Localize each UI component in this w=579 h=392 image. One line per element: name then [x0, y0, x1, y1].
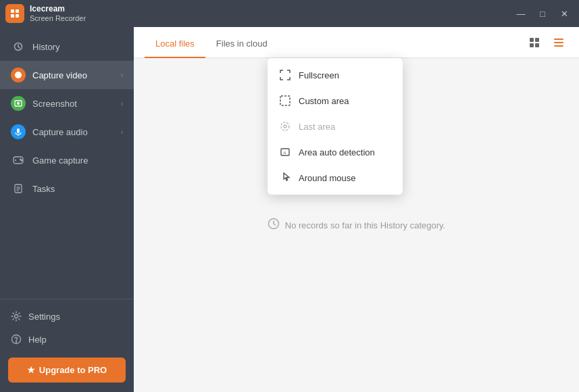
empty-message: No records so far in this History catego…	[285, 220, 445, 230]
last-area-icon	[278, 120, 292, 133]
app-title: Icecream Screen Recorder	[30, 4, 86, 23]
capture-audio-icon	[11, 124, 26, 139]
screenshot-icon	[11, 96, 26, 111]
list-icon	[553, 37, 564, 48]
upgrade-button[interactable]: ★ Upgrade to PRO	[8, 358, 126, 383]
main-layout: History Capture video ›	[0, 27, 579, 392]
sidebar-item-tasks[interactable]: Tasks	[0, 174, 134, 203]
minimize-button[interactable]: —	[511, 5, 530, 22]
svg-point-14	[21, 160, 22, 162]
svg-rect-3	[16, 14, 19, 18]
tabs: Local files Files in cloud	[145, 30, 278, 57]
dropdown-item-area-auto-detection[interactable]: A Area auto detection	[268, 139, 403, 165]
view-toggle	[525, 33, 568, 57]
tab-local-files[interactable]: Local files	[145, 30, 205, 58]
sidebar-item-tasks-label: Tasks	[32, 184, 55, 194]
dropdown-item-last-area: Last area	[268, 114, 403, 139]
dropdown-item-fullscreen-label: Fullscreen	[299, 70, 339, 80]
window-controls: — □ ✕	[511, 5, 574, 22]
svg-rect-2	[11, 14, 14, 18]
help-icon	[11, 334, 22, 345]
svg-rect-28	[554, 45, 563, 47]
empty-clock-icon	[268, 218, 280, 232]
svg-point-19	[15, 315, 18, 318]
dropdown-item-fullscreen[interactable]: Fullscreen	[268, 62, 403, 88]
fullscreen-icon	[278, 68, 292, 82]
app-icon	[5, 4, 24, 23]
dropdown-item-area-auto-detection-label: Area auto detection	[299, 147, 375, 157]
sidebar-divider	[0, 299, 134, 299]
grid-view-button[interactable]	[525, 33, 544, 52]
chevron-right-icon: ›	[121, 72, 123, 79]
history-icon	[11, 39, 26, 54]
dropdown-item-around-mouse-label: Around mouse	[299, 173, 356, 183]
upgrade-section: ★ Upgrade to PRO	[0, 351, 134, 392]
custom-area-icon	[278, 94, 292, 107]
tab-bar: Local files Files in cloud	[134, 27, 579, 58]
sidebar-item-screenshot[interactable]: Screenshot ›	[0, 89, 134, 118]
sidebar-item-capture-video[interactable]: Capture video ›	[0, 61, 134, 89]
svg-rect-26	[554, 39, 563, 40]
star-icon: ★	[27, 365, 35, 375]
close-button[interactable]: ✕	[555, 5, 574, 22]
svg-rect-29	[280, 96, 290, 105]
svg-rect-24	[530, 43, 534, 47]
sidebar-item-history[interactable]: History	[0, 32, 134, 61]
svg-rect-25	[535, 43, 539, 47]
dropdown-menu: Fullscreen Custom area	[268, 58, 403, 195]
sidebar-item-help[interactable]: Help	[0, 328, 134, 351]
svg-rect-22	[530, 38, 534, 42]
svg-rect-0	[11, 9, 14, 13]
sidebar-item-game-capture-label: Game capture	[32, 155, 88, 166]
svg-point-21	[16, 341, 16, 342]
tasks-icon	[11, 181, 26, 196]
svg-point-31	[284, 125, 286, 128]
maximize-button[interactable]: □	[533, 5, 552, 22]
dropdown-item-custom-area[interactable]: Custom area	[268, 88, 403, 114]
sidebar-item-screenshot-label: Screenshot	[32, 99, 77, 109]
area-auto-detection-icon: A	[278, 145, 292, 159]
title-bar: Icecream Screen Recorder — □ ✕	[0, 0, 579, 27]
sidebar-item-game-capture[interactable]: Game capture	[0, 146, 134, 174]
sidebar-item-history-label: History	[32, 42, 59, 52]
capture-video-icon	[11, 68, 26, 82]
upgrade-label: Upgrade to PRO	[39, 365, 107, 375]
app-branding: Icecream Screen Recorder	[5, 4, 86, 23]
sidebar-item-capture-video-label: Capture video	[32, 70, 87, 80]
sidebar-item-capture-audio[interactable]: Capture audio ›	[0, 118, 134, 146]
svg-rect-27	[554, 42, 563, 43]
svg-point-5	[15, 72, 22, 78]
chevron-right-icon: ›	[121, 100, 123, 107]
content-area: Local files Files in cloud	[134, 27, 579, 392]
help-label: Help	[28, 335, 47, 345]
svg-text:A: A	[282, 150, 286, 155]
sidebar: History Capture video ›	[0, 27, 134, 392]
game-capture-icon	[11, 153, 26, 168]
svg-point-7	[17, 102, 20, 105]
sidebar-nav: History Capture video ›	[0, 27, 134, 293]
chevron-right-icon: ›	[121, 128, 123, 136]
sidebar-item-settings[interactable]: Settings	[0, 305, 134, 328]
around-mouse-icon	[278, 171, 292, 185]
svg-rect-23	[535, 38, 539, 42]
sidebar-item-capture-audio-label: Capture audio	[32, 127, 88, 137]
dropdown-item-custom-area-label: Custom area	[299, 96, 349, 106]
dropdown-item-around-mouse[interactable]: Around mouse	[268, 165, 403, 191]
settings-label: Settings	[28, 312, 60, 322]
svg-rect-8	[17, 128, 20, 133]
dropdown-item-last-area-label: Last area	[299, 122, 335, 132]
svg-rect-1	[16, 9, 19, 13]
list-view-button[interactable]	[549, 33, 568, 52]
tab-files-in-cloud[interactable]: Files in cloud	[205, 30, 278, 58]
svg-point-30	[281, 122, 289, 130]
settings-icon	[11, 311, 22, 322]
grid-icon	[529, 37, 540, 48]
